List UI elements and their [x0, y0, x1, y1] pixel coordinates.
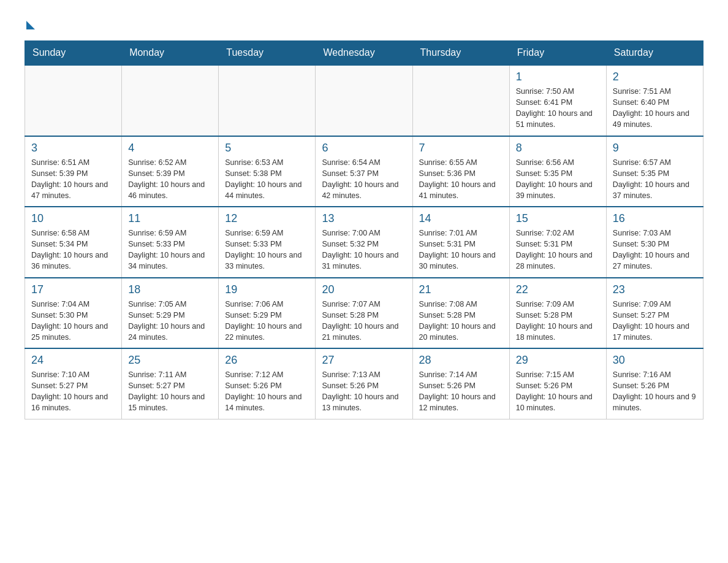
day-info: Sunrise: 6:52 AMSunset: 5:39 PMDaylight:… — [128, 157, 212, 202]
day-info: Sunrise: 7:06 AMSunset: 5:29 PMDaylight:… — [225, 299, 309, 343]
calendar-cell: 16Sunrise: 7:03 AMSunset: 5:30 PMDayligh… — [606, 207, 703, 278]
day-number: 23 — [613, 283, 697, 296]
day-number: 17 — [31, 283, 115, 296]
calendar-cell: 12Sunrise: 6:59 AMSunset: 5:33 PMDayligh… — [219, 207, 316, 278]
day-info: Sunrise: 6:54 AMSunset: 5:37 PMDaylight:… — [322, 157, 406, 202]
calendar-table: SundayMondayTuesdayWednesdayThursdayFrid… — [25, 40, 703, 419]
calendar-cell: 26Sunrise: 7:12 AMSunset: 5:26 PMDayligh… — [219, 348, 316, 419]
calendar-cell: 24Sunrise: 7:10 AMSunset: 5:27 PMDayligh… — [25, 348, 122, 419]
day-info: Sunrise: 7:10 AMSunset: 5:27 PMDaylight:… — [31, 369, 115, 414]
calendar-cell: 21Sunrise: 7:08 AMSunset: 5:28 PMDayligh… — [412, 278, 509, 349]
calendar-header: SundayMondayTuesdayWednesdayThursdayFrid… — [25, 41, 703, 66]
day-number: 11 — [128, 212, 212, 225]
calendar-cell: 2Sunrise: 7:51 AMSunset: 6:40 PMDaylight… — [606, 65, 703, 136]
day-info: Sunrise: 7:50 AMSunset: 6:41 PMDaylight:… — [516, 86, 600, 131]
calendar-cell: 19Sunrise: 7:06 AMSunset: 5:29 PMDayligh… — [219, 278, 316, 349]
day-number: 4 — [128, 142, 212, 155]
day-info: Sunrise: 7:01 AMSunset: 5:31 PMDaylight:… — [419, 228, 503, 272]
day-number: 20 — [322, 283, 406, 296]
calendar-cell: 14Sunrise: 7:01 AMSunset: 5:31 PMDayligh… — [412, 207, 509, 278]
calendar-cell: 29Sunrise: 7:15 AMSunset: 5:26 PMDayligh… — [509, 348, 606, 419]
day-info: Sunrise: 7:07 AMSunset: 5:28 PMDaylight:… — [322, 299, 406, 343]
weekday-header-sunday: Sunday — [25, 41, 122, 66]
calendar-cell: 22Sunrise: 7:09 AMSunset: 5:28 PMDayligh… — [509, 278, 606, 349]
day-number: 25 — [128, 354, 212, 367]
week-row-1: 1Sunrise: 7:50 AMSunset: 6:41 PMDaylight… — [25, 65, 703, 136]
week-row-3: 10Sunrise: 6:58 AMSunset: 5:34 PMDayligh… — [25, 207, 703, 278]
day-number: 14 — [419, 212, 503, 225]
day-info: Sunrise: 6:51 AMSunset: 5:39 PMDaylight:… — [31, 157, 115, 202]
day-number: 18 — [128, 283, 212, 296]
day-number: 29 — [516, 354, 600, 367]
day-number: 16 — [613, 212, 697, 225]
day-info: Sunrise: 7:04 AMSunset: 5:30 PMDaylight:… — [31, 299, 115, 343]
calendar-body: 1Sunrise: 7:50 AMSunset: 6:41 PMDaylight… — [25, 65, 703, 419]
day-number: 9 — [613, 142, 697, 155]
day-info: Sunrise: 7:00 AMSunset: 5:32 PMDaylight:… — [322, 228, 406, 272]
day-number: 19 — [225, 283, 309, 296]
day-info: Sunrise: 6:56 AMSunset: 5:35 PMDaylight:… — [516, 157, 600, 202]
day-info: Sunrise: 7:05 AMSunset: 5:29 PMDaylight:… — [128, 299, 212, 343]
day-number: 2 — [613, 71, 697, 83]
day-info: Sunrise: 7:15 AMSunset: 5:26 PMDaylight:… — [516, 369, 600, 414]
weekday-header-tuesday: Tuesday — [219, 41, 316, 66]
day-number: 24 — [31, 354, 115, 367]
day-number: 1 — [516, 71, 600, 83]
calendar-cell — [219, 65, 316, 136]
week-row-5: 24Sunrise: 7:10 AMSunset: 5:27 PMDayligh… — [25, 348, 703, 419]
logo — [25, 18, 35, 28]
calendar-cell: 28Sunrise: 7:14 AMSunset: 5:26 PMDayligh… — [412, 348, 509, 419]
day-info: Sunrise: 7:02 AMSunset: 5:31 PMDaylight:… — [516, 228, 600, 272]
day-number: 13 — [322, 212, 406, 225]
weekday-header-wednesday: Wednesday — [316, 41, 412, 66]
calendar-cell — [412, 65, 509, 136]
week-row-4: 17Sunrise: 7:04 AMSunset: 5:30 PMDayligh… — [25, 278, 703, 349]
day-number: 10 — [31, 212, 115, 225]
day-info: Sunrise: 7:14 AMSunset: 5:26 PMDaylight:… — [419, 369, 503, 414]
day-number: 26 — [225, 354, 309, 367]
day-info: Sunrise: 7:08 AMSunset: 5:28 PMDaylight:… — [419, 299, 503, 343]
calendar-cell: 30Sunrise: 7:16 AMSunset: 5:26 PMDayligh… — [606, 348, 703, 419]
day-info: Sunrise: 6:59 AMSunset: 5:33 PMDaylight:… — [225, 228, 309, 272]
day-info: Sunrise: 6:58 AMSunset: 5:34 PMDaylight:… — [31, 228, 115, 272]
day-info: Sunrise: 7:51 AMSunset: 6:40 PMDaylight:… — [613, 86, 697, 131]
day-info: Sunrise: 7:11 AMSunset: 5:27 PMDaylight:… — [128, 369, 212, 414]
day-number: 28 — [419, 354, 503, 367]
calendar-cell: 3Sunrise: 6:51 AMSunset: 5:39 PMDaylight… — [25, 136, 122, 207]
calendar-cell — [316, 65, 412, 136]
day-number: 21 — [419, 283, 503, 296]
calendar-cell: 7Sunrise: 6:55 AMSunset: 5:36 PMDaylight… — [412, 136, 509, 207]
day-number: 6 — [322, 142, 406, 155]
day-number: 15 — [516, 212, 600, 225]
weekday-header-saturday: Saturday — [606, 41, 703, 66]
day-info: Sunrise: 7:13 AMSunset: 5:26 PMDaylight:… — [322, 369, 406, 414]
weekday-header-thursday: Thursday — [412, 41, 509, 66]
weekday-header-friday: Friday — [509, 41, 606, 66]
day-info: Sunrise: 6:55 AMSunset: 5:36 PMDaylight:… — [419, 157, 503, 202]
day-number: 5 — [225, 142, 309, 155]
day-number: 22 — [516, 283, 600, 296]
day-number: 27 — [322, 354, 406, 367]
day-number: 12 — [225, 212, 309, 225]
calendar-cell: 25Sunrise: 7:11 AMSunset: 5:27 PMDayligh… — [122, 348, 219, 419]
calendar-cell: 1Sunrise: 7:50 AMSunset: 6:41 PMDaylight… — [509, 65, 606, 136]
page-header — [25, 18, 703, 28]
calendar-cell: 23Sunrise: 7:09 AMSunset: 5:27 PMDayligh… — [606, 278, 703, 349]
calendar-cell: 9Sunrise: 6:57 AMSunset: 5:35 PMDaylight… — [606, 136, 703, 207]
day-number: 30 — [613, 354, 697, 367]
day-number: 8 — [516, 142, 600, 155]
day-info: Sunrise: 6:57 AMSunset: 5:35 PMDaylight:… — [613, 157, 697, 202]
calendar-cell — [25, 65, 122, 136]
day-info: Sunrise: 6:53 AMSunset: 5:38 PMDaylight:… — [225, 157, 309, 202]
calendar-cell: 10Sunrise: 6:58 AMSunset: 5:34 PMDayligh… — [25, 207, 122, 278]
calendar-cell: 4Sunrise: 6:52 AMSunset: 5:39 PMDaylight… — [122, 136, 219, 207]
calendar-cell — [122, 65, 219, 136]
calendar-cell: 11Sunrise: 6:59 AMSunset: 5:33 PMDayligh… — [122, 207, 219, 278]
weekday-header-monday: Monday — [122, 41, 219, 66]
calendar-cell: 18Sunrise: 7:05 AMSunset: 5:29 PMDayligh… — [122, 278, 219, 349]
day-number: 3 — [31, 142, 115, 155]
day-info: Sunrise: 7:09 AMSunset: 5:28 PMDaylight:… — [516, 299, 600, 343]
logo-triangle-icon — [26, 21, 35, 29]
calendar-cell: 6Sunrise: 6:54 AMSunset: 5:37 PMDaylight… — [316, 136, 412, 207]
calendar-cell: 5Sunrise: 6:53 AMSunset: 5:38 PMDaylight… — [219, 136, 316, 207]
